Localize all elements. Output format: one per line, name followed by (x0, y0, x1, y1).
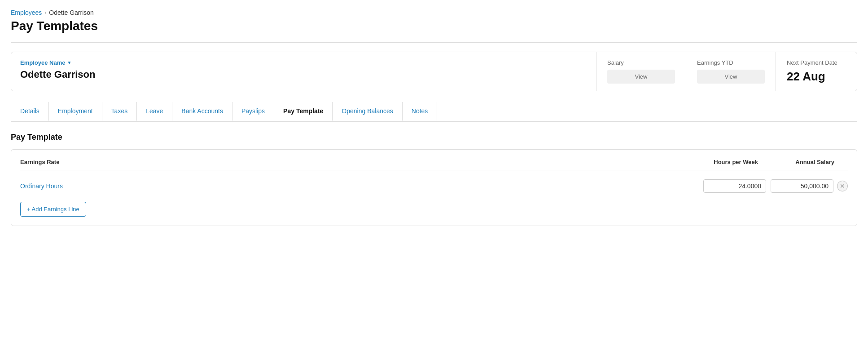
tab-bank-accounts[interactable]: Bank Accounts (172, 102, 232, 121)
tab-payslips[interactable]: Payslips (232, 102, 274, 121)
employee-name-section: Employee Name ▼ Odette Garrison (11, 52, 596, 91)
pay-template-card: Earnings Rate Hours per Week Annual Sala… (11, 149, 857, 226)
salary-section: Salary View (596, 52, 686, 91)
tab-pay-template[interactable]: Pay Template (274, 102, 333, 121)
add-earnings-line-button[interactable]: + Add Earnings Line (20, 202, 86, 217)
tabs-container: Details Employment Taxes Leave Bank Acco… (11, 102, 857, 122)
page-title: Pay Templates (11, 19, 857, 33)
tab-opening-balances[interactable]: Opening Balances (333, 102, 402, 121)
annual-salary-input[interactable] (771, 179, 833, 193)
chevron-down-icon: ▼ (67, 60, 71, 65)
pay-template-table-header: Earnings Rate Hours per Week Annual Sala… (20, 159, 848, 170)
tab-details[interactable]: Details (11, 102, 49, 121)
col-header-earnings-rate: Earnings Rate (20, 159, 686, 165)
earnings-ytd-label: Earnings YTD (697, 59, 765, 66)
salary-label: Salary (607, 59, 675, 66)
next-payment-label: Next Payment Date (787, 59, 846, 66)
breadcrumb-current: Odette Garrison (49, 9, 94, 16)
breadcrumb-employees-link[interactable]: Employees (11, 9, 42, 16)
earnings-rate-ordinary-hours[interactable]: Ordinary Hours (20, 182, 703, 190)
tab-notes[interactable]: Notes (403, 102, 438, 121)
breadcrumb-separator: › (44, 9, 46, 16)
title-divider (11, 42, 857, 43)
table-row: Ordinary Hours ✕ (20, 176, 848, 196)
earnings-ytd-view-button[interactable]: View (697, 70, 765, 84)
salary-view-button[interactable]: View (607, 70, 675, 84)
pay-template-section-title: Pay Template (11, 133, 857, 142)
hours-per-week-input[interactable] (703, 179, 766, 193)
col-header-hours: Hours per Week (686, 159, 758, 165)
tab-taxes[interactable]: Taxes (102, 102, 137, 121)
breadcrumb: Employees › Odette Garrison (11, 9, 857, 16)
employee-name-label[interactable]: Employee Name ▼ (20, 59, 587, 66)
tab-leave[interactable]: Leave (137, 102, 172, 121)
col-header-salary: Annual Salary (763, 159, 834, 165)
next-payment-section: Next Payment Date 22 Aug (776, 52, 857, 91)
earnings-ytd-section: Earnings YTD View (686, 52, 776, 91)
tab-employment[interactable]: Employment (49, 102, 102, 121)
employee-card: Employee Name ▼ Odette Garrison Salary V… (11, 52, 857, 91)
employee-name-label-text: Employee Name (20, 59, 65, 66)
remove-row-button[interactable]: ✕ (837, 181, 848, 191)
next-payment-value: 22 Aug (787, 70, 846, 84)
employee-name-value: Odette Garrison (20, 69, 587, 80)
